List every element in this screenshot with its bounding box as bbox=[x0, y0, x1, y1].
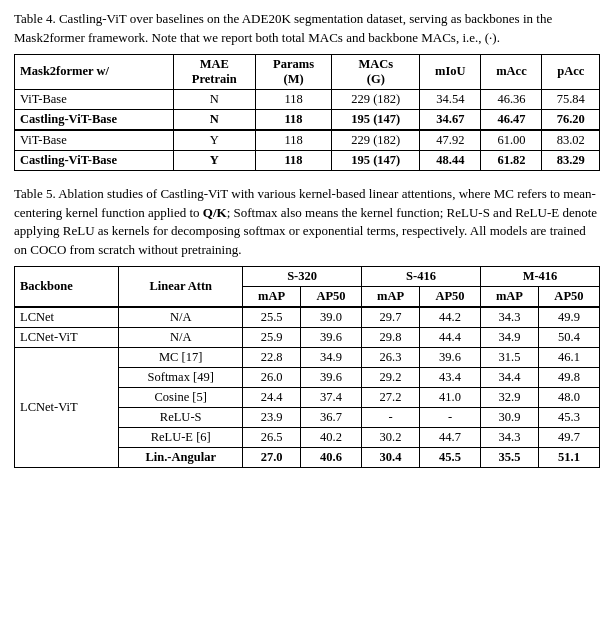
table-row: - bbox=[362, 408, 420, 428]
table-row: 22.8 bbox=[243, 348, 301, 368]
table-row: 34.67 bbox=[420, 109, 481, 130]
table-row: 44.4 bbox=[419, 328, 480, 348]
table-row: 29.7 bbox=[362, 307, 420, 328]
table-row: 44.7 bbox=[419, 428, 480, 448]
table-row: 30.9 bbox=[481, 408, 539, 428]
table-row: 34.3 bbox=[481, 428, 539, 448]
table-row: ReLU-E [6] bbox=[119, 428, 243, 448]
table-row: 34.4 bbox=[481, 368, 539, 388]
table-row: 25.9 bbox=[243, 328, 301, 348]
table-row: 118 bbox=[255, 89, 331, 109]
table-row: 37.4 bbox=[301, 388, 362, 408]
table-row: 40.6 bbox=[301, 448, 362, 468]
table-row: N bbox=[173, 89, 255, 109]
table-row: Castling-ViT-Base bbox=[15, 150, 174, 170]
table5-caption: Table 5. Ablation studies of Castling-Vi… bbox=[14, 185, 600, 260]
col-header-macc: mAcc bbox=[481, 54, 542, 89]
table-row: 39.6 bbox=[301, 368, 362, 388]
table-row: LCNet-ViT bbox=[15, 328, 119, 348]
col-linear-attn: Linear Attn bbox=[119, 267, 243, 308]
table-row: 48.0 bbox=[538, 388, 599, 408]
table-row: N bbox=[173, 109, 255, 130]
table-row: N/A bbox=[119, 307, 243, 328]
table-row: Softmax [49] bbox=[119, 368, 243, 388]
table-row: 30.2 bbox=[362, 428, 420, 448]
col-ap50-s320: AP50 bbox=[301, 287, 362, 308]
table-row: MC [17] bbox=[119, 348, 243, 368]
table-row: 48.44 bbox=[420, 150, 481, 170]
table-row: 51.1 bbox=[538, 448, 599, 468]
table-row: Y bbox=[173, 150, 255, 170]
table-row: 40.2 bbox=[301, 428, 362, 448]
table-row: 34.9 bbox=[301, 348, 362, 368]
table-row: 49.8 bbox=[538, 368, 599, 388]
table-row: Y bbox=[173, 130, 255, 151]
table-row: 46.36 bbox=[481, 89, 542, 109]
table-row: ViT-Base bbox=[15, 130, 174, 151]
table-row: 61.82 bbox=[481, 150, 542, 170]
table-row: N/A bbox=[119, 328, 243, 348]
table-row: 24.4 bbox=[243, 388, 301, 408]
table-row: 34.54 bbox=[420, 89, 481, 109]
table-row: 29.2 bbox=[362, 368, 420, 388]
table-row: 30.4 bbox=[362, 448, 420, 468]
table-row: LCNet-ViT bbox=[15, 348, 119, 468]
table4: Mask2former w/ MAEPretrain Params(M) MAC… bbox=[14, 54, 600, 171]
table-row: 76.20 bbox=[542, 109, 600, 130]
table-row: 118 bbox=[255, 130, 331, 151]
table-row: 46.47 bbox=[481, 109, 542, 130]
table-row: 36.7 bbox=[301, 408, 362, 428]
col-group-s320: S-320 bbox=[243, 267, 362, 287]
table-row: 31.5 bbox=[481, 348, 539, 368]
col-ap50-s416: AP50 bbox=[419, 287, 480, 308]
table-row: 26.3 bbox=[362, 348, 420, 368]
table-row: Castling-ViT-Base bbox=[15, 109, 174, 130]
table4-caption: Table 4. Castling-ViT over baselines on … bbox=[14, 10, 600, 48]
table-row: 44.2 bbox=[419, 307, 480, 328]
col-header-pacc: pAcc bbox=[542, 54, 600, 89]
table-row: 27.2 bbox=[362, 388, 420, 408]
table-row: 29.8 bbox=[362, 328, 420, 348]
col-header-pretrain: MAEPretrain bbox=[173, 54, 255, 89]
table-row: 35.5 bbox=[481, 448, 539, 468]
table-row: 43.4 bbox=[419, 368, 480, 388]
table-row: Lin.-Angular bbox=[119, 448, 243, 468]
table-row: ReLU-S bbox=[119, 408, 243, 428]
table-row: 75.84 bbox=[542, 89, 600, 109]
col-header-miou: mIoU bbox=[420, 54, 481, 89]
table-row: 45.3 bbox=[538, 408, 599, 428]
table-row: 39.6 bbox=[301, 328, 362, 348]
table-row: 39.6 bbox=[419, 348, 480, 368]
table-row: Cosine [5] bbox=[119, 388, 243, 408]
table-row: 83.29 bbox=[542, 150, 600, 170]
table-row: 45.5 bbox=[419, 448, 480, 468]
table-row: 83.02 bbox=[542, 130, 600, 151]
table-row: 39.0 bbox=[301, 307, 362, 328]
col-ap50-m416: AP50 bbox=[538, 287, 599, 308]
table-row: 46.1 bbox=[538, 348, 599, 368]
table-row: 229 (182) bbox=[332, 89, 420, 109]
col-map-m416: mAP bbox=[481, 287, 539, 308]
table-row: 195 (147) bbox=[332, 109, 420, 130]
col-header-macs: MACs(G) bbox=[332, 54, 420, 89]
table-row: 32.9 bbox=[481, 388, 539, 408]
table-row: 229 (182) bbox=[332, 130, 420, 151]
table-row: 34.3 bbox=[481, 307, 539, 328]
col-group-m416: M-416 bbox=[481, 267, 600, 287]
table-row: ViT-Base bbox=[15, 89, 174, 109]
table-row: 26.0 bbox=[243, 368, 301, 388]
table-row: 34.9 bbox=[481, 328, 539, 348]
table-row: LCNet bbox=[15, 307, 119, 328]
table-row: 49.9 bbox=[538, 307, 599, 328]
col-header-params: Params(M) bbox=[255, 54, 331, 89]
table-row: 195 (147) bbox=[332, 150, 420, 170]
table-row: 27.0 bbox=[243, 448, 301, 468]
table-row: 50.4 bbox=[538, 328, 599, 348]
table-row: 118 bbox=[255, 150, 331, 170]
table-row: 47.92 bbox=[420, 130, 481, 151]
table-row: - bbox=[419, 408, 480, 428]
table-row: 49.7 bbox=[538, 428, 599, 448]
col-header-model: Mask2former w/ bbox=[15, 54, 174, 89]
table-row: 118 bbox=[255, 109, 331, 130]
col-map-s320: mAP bbox=[243, 287, 301, 308]
